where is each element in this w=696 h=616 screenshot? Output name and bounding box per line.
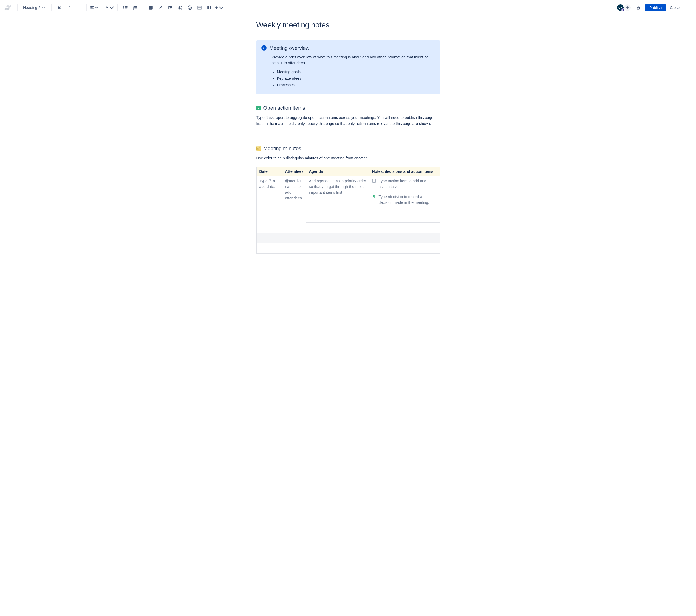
column-header-notes[interactable]: Notes, decisions and action items bbox=[369, 167, 440, 176]
numbered-list-button[interactable]: 123 bbox=[131, 3, 140, 12]
column-header-date[interactable]: Date bbox=[256, 167, 282, 176]
svg-point-0 bbox=[123, 6, 124, 7]
cell-date[interactable]: Type // to add date. bbox=[256, 176, 282, 233]
check-mark-emoji-icon: ✓ bbox=[256, 106, 261, 110]
open-items-heading[interactable]: Open action items bbox=[264, 105, 305, 111]
confluence-logo-icon bbox=[4, 4, 12, 11]
alignment-button[interactable] bbox=[90, 3, 99, 12]
cell-notes[interactable] bbox=[369, 212, 440, 222]
task-icon bbox=[148, 5, 153, 10]
cell-notes[interactable] bbox=[369, 243, 440, 253]
close-button[interactable]: Close bbox=[667, 4, 683, 12]
svg-text:@: @ bbox=[178, 5, 183, 10]
text-color-button[interactable]: A bbox=[106, 3, 114, 12]
section-heading-open-items[interactable]: ✓ Open action items bbox=[256, 105, 440, 111]
cell-agenda[interactable] bbox=[306, 243, 369, 253]
column-header-attendees[interactable]: Attendees bbox=[282, 167, 306, 176]
cell-agenda[interactable] bbox=[306, 212, 369, 222]
cell-notes[interactable] bbox=[369, 222, 440, 233]
task-button[interactable] bbox=[146, 3, 155, 12]
chevron-down-icon bbox=[219, 5, 223, 10]
avatar-status-badge: C bbox=[621, 8, 624, 12]
memo-emoji-icon bbox=[256, 146, 261, 151]
user-avatar[interactable]: CK C bbox=[617, 4, 624, 12]
task-item[interactable]: Type /action item to add and assign task… bbox=[372, 178, 437, 190]
info-icon: i bbox=[261, 45, 267, 51]
date-placeholder: Type // to add date. bbox=[259, 178, 280, 190]
cell-notes[interactable]: Type /action item to add and assign task… bbox=[369, 176, 440, 212]
toolbar-divider bbox=[17, 4, 18, 11]
numbered-list-icon: 123 bbox=[133, 5, 138, 10]
cell-notes[interactable] bbox=[369, 233, 440, 243]
layouts-button[interactable] bbox=[205, 3, 214, 12]
attendees-placeholder: @mention names to add attendees. bbox=[285, 178, 303, 201]
invite-button[interactable] bbox=[624, 4, 631, 12]
toolbar-divider bbox=[86, 4, 87, 11]
info-panel[interactable]: i Meeting overview Provide a brief overv… bbox=[256, 40, 440, 94]
decision-item[interactable]: Type /decision to record a decision made… bbox=[372, 194, 437, 205]
decision-icon bbox=[372, 195, 376, 198]
svg-point-10 bbox=[188, 6, 192, 10]
more-actions-button[interactable]: ⋯ bbox=[684, 3, 693, 12]
bold-button[interactable]: B bbox=[55, 3, 64, 12]
toolbar-divider bbox=[117, 4, 118, 11]
editor-content[interactable]: Weekly meeting notes i Meeting overview … bbox=[254, 21, 443, 253]
insert-button[interactable] bbox=[215, 3, 223, 12]
unlock-icon bbox=[636, 5, 641, 10]
list-item[interactable]: Key attendees bbox=[277, 76, 435, 80]
mention-button[interactable]: @ bbox=[176, 3, 184, 12]
chevron-down-icon bbox=[95, 5, 99, 10]
text-style-select[interactable]: Heading 2 bbox=[21, 4, 48, 11]
chevron-down-icon bbox=[42, 6, 45, 9]
cell-date[interactable] bbox=[256, 233, 282, 243]
svg-rect-16 bbox=[637, 7, 640, 9]
meeting-minutes-table[interactable]: Date Attendees Agenda Notes, decisions a… bbox=[256, 167, 440, 253]
plus-icon bbox=[626, 6, 629, 10]
toolbar-divider bbox=[143, 4, 143, 11]
bullet-list-button[interactable] bbox=[121, 3, 130, 12]
list-item[interactable]: Meeting goals bbox=[277, 70, 435, 74]
task-placeholder: Type /action item to add and assign task… bbox=[379, 178, 437, 190]
table-button[interactable] bbox=[195, 3, 204, 12]
restrictions-button[interactable] bbox=[634, 3, 643, 12]
mention-icon: @ bbox=[177, 5, 183, 10]
editor-toolbar: Heading 2 B I ⋯ A 123 @ bbox=[0, 0, 696, 15]
info-panel-header: i Meeting overview bbox=[261, 45, 435, 51]
link-button[interactable] bbox=[156, 3, 165, 12]
layouts-icon bbox=[207, 5, 212, 10]
cell-attendees[interactable]: @mention names to add attendees. bbox=[282, 176, 306, 233]
cell-agenda[interactable]: Add agenda items in priority order so th… bbox=[306, 176, 369, 212]
italic-button[interactable]: I bbox=[65, 3, 74, 12]
agenda-placeholder: Add agenda items in priority order so th… bbox=[309, 178, 366, 195]
info-panel-list[interactable]: Meeting goals Key attendees Processes bbox=[272, 70, 435, 87]
page-title[interactable]: Weekly meeting notes bbox=[256, 21, 440, 29]
table-icon bbox=[197, 5, 202, 10]
svg-text:3: 3 bbox=[133, 8, 134, 10]
cell-attendees[interactable] bbox=[282, 233, 306, 243]
section-heading-minutes[interactable]: Meeting minutes bbox=[256, 145, 440, 152]
open-items-body[interactable]: Type /task report to aggregate open acti… bbox=[256, 115, 440, 126]
more-formatting-button[interactable]: ⋯ bbox=[75, 3, 83, 12]
info-panel-description[interactable]: Provide a brief overview of what this me… bbox=[272, 55, 435, 66]
emoji-button[interactable] bbox=[186, 3, 194, 12]
svg-point-8 bbox=[169, 7, 170, 7]
info-panel-body[interactable]: Provide a brief overview of what this me… bbox=[261, 55, 435, 87]
info-panel-title[interactable]: Meeting overview bbox=[269, 45, 310, 51]
minutes-heading[interactable]: Meeting minutes bbox=[264, 145, 301, 152]
decision-placeholder: Type /decision to record a decision made… bbox=[379, 194, 437, 205]
list-item[interactable]: Processes bbox=[277, 83, 435, 87]
cell-agenda[interactable] bbox=[306, 222, 369, 233]
checkbox-icon[interactable] bbox=[372, 179, 376, 183]
cell-agenda[interactable] bbox=[306, 233, 369, 243]
align-left-icon bbox=[90, 5, 94, 10]
minutes-body[interactable]: Use color to help distinguish minutes of… bbox=[256, 155, 440, 161]
column-header-agenda[interactable]: Agenda bbox=[306, 167, 369, 176]
cell-date[interactable] bbox=[256, 243, 282, 253]
svg-rect-14 bbox=[207, 6, 209, 9]
svg-rect-15 bbox=[210, 6, 211, 9]
image-button[interactable] bbox=[166, 3, 175, 12]
cell-attendees[interactable] bbox=[282, 243, 306, 253]
svg-point-12 bbox=[190, 7, 191, 7]
publish-button[interactable]: Publish bbox=[645, 4, 666, 12]
svg-point-11 bbox=[189, 7, 190, 7]
